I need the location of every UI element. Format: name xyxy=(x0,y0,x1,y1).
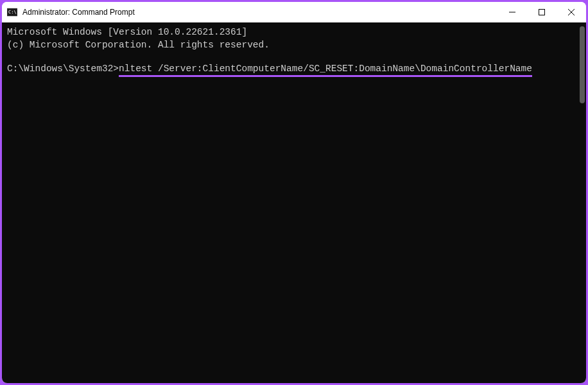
terminal[interactable]: Microsoft Windows [Version 10.0.22621.23… xyxy=(2,22,586,383)
terminal-content: Microsoft Windows [Version 10.0.22621.23… xyxy=(7,26,581,76)
command-prompt-window: C:\ Administrator: Command Prompt xyxy=(2,2,586,383)
scrollbar[interactable] xyxy=(580,26,585,103)
svg-text:C:\: C:\ xyxy=(8,10,17,15)
prompt: C:\Windows\System32> xyxy=(7,64,119,74)
titlebar[interactable]: C:\ Administrator: Command Prompt xyxy=(2,2,586,22)
window-title: Administrator: Command Prompt xyxy=(22,8,497,17)
command-text: nltest /Server:ClientComputerName/SC_RES… xyxy=(119,64,532,77)
copyright-line: (c) Microsoft Corporation. All rights re… xyxy=(7,40,270,50)
version-line: Microsoft Windows [Version 10.0.22621.23… xyxy=(7,27,247,37)
close-button[interactable] xyxy=(557,2,586,22)
svg-rect-3 xyxy=(539,10,545,15)
minimize-button[interactable] xyxy=(497,2,527,22)
window-controls xyxy=(497,2,586,22)
maximize-button[interactable] xyxy=(527,2,557,22)
cmd-icon: C:\ xyxy=(7,7,17,17)
